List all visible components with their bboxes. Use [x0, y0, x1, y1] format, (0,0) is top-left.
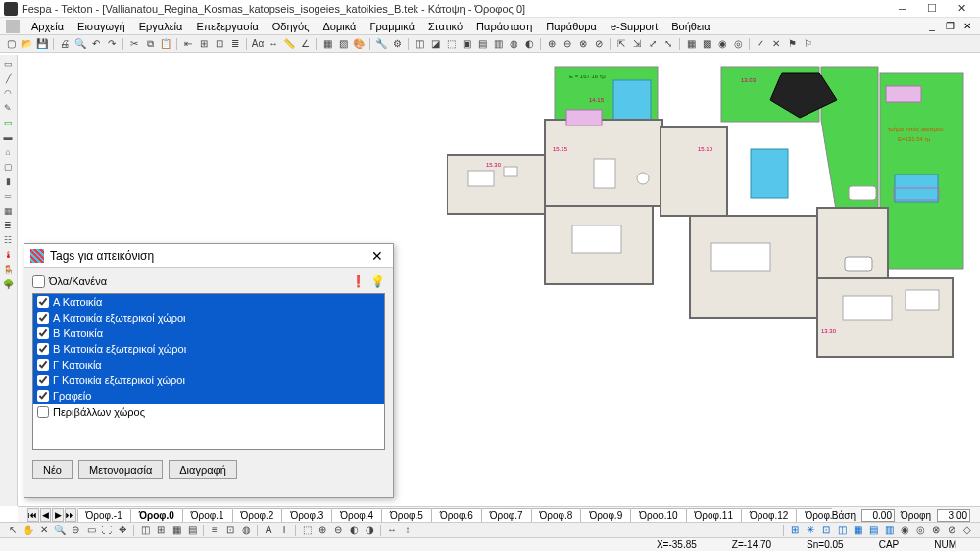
vtool-door-icon[interactable]: ⌂: [1, 145, 15, 159]
floor-tab[interactable]: Όροφ.13: [796, 508, 831, 522]
menu-tools[interactable]: Εργαλεία: [133, 20, 189, 33]
open-icon[interactable]: 📂: [20, 37, 33, 51]
grid-icon[interactable]: ⊞: [197, 37, 211, 51]
tool-o-icon[interactable]: ⤢: [646, 37, 660, 51]
tool-l-icon[interactable]: ⊘: [592, 37, 606, 51]
floor-tab[interactable]: Όροφ.2: [232, 508, 283, 522]
view-c-icon[interactable]: ▦: [170, 524, 183, 537]
vtool-pencil-icon[interactable]: ✎: [1, 101, 15, 115]
rename-button[interactable]: Μετονομασία: [78, 460, 163, 479]
tool-r-icon[interactable]: ▩: [700, 37, 713, 51]
base-input[interactable]: [861, 509, 895, 522]
menu-guide[interactable]: Οδηγός: [267, 20, 316, 33]
text-b-icon[interactable]: T: [277, 524, 291, 537]
vtool-window-icon[interactable]: ▢: [1, 160, 15, 174]
zoom-fit-icon[interactable]: ⛶: [100, 524, 114, 537]
vtool-beam-icon[interactable]: ═: [1, 189, 15, 203]
vtool-column-icon[interactable]: ▮: [1, 175, 15, 188]
snap-a-icon[interactable]: ⊞: [788, 524, 802, 537]
angle-icon[interactable]: ∠: [298, 37, 312, 51]
snap-i-icon[interactable]: ◎: [913, 524, 927, 537]
tag-row[interactable]: Β Κατοικία εξωτερικοί χώροι: [33, 341, 384, 357]
tag-row[interactable]: Περιβάλλων χώρος: [33, 404, 384, 420]
cursor-icon[interactable]: ↖: [6, 524, 20, 537]
new-button[interactable]: Νέο: [32, 460, 73, 479]
snap-j-icon[interactable]: ⊗: [929, 524, 943, 537]
vtool-furniture-icon[interactable]: 🪑: [1, 263, 15, 276]
layer-icon[interactable]: ≣: [228, 37, 242, 51]
tag-row[interactable]: Γ Κατοικία εξωτερικοί χώροι: [33, 373, 384, 388]
tabs-prev-icon[interactable]: ◀: [40, 508, 52, 522]
tag-checkbox[interactable]: [37, 359, 49, 371]
dialog-close-button[interactable]: ✕: [368, 248, 387, 264]
tool-bc-icon[interactable]: ⊖: [331, 524, 345, 537]
tool-v-icon[interactable]: ✕: [769, 37, 783, 51]
vtool-rail-icon[interactable]: ☷: [1, 233, 15, 247]
tool-m-icon[interactable]: ⇱: [614, 37, 628, 51]
floor-tab[interactable]: Όροφ.7: [481, 508, 532, 522]
tool-bf-icon[interactable]: ↔: [385, 524, 399, 537]
vtool-thermo-icon[interactable]: 🌡: [1, 248, 15, 262]
floor-tab[interactable]: Όροφ.-1: [77, 508, 131, 522]
tool-b-icon[interactable]: ◪: [428, 37, 442, 51]
tabs-last-icon[interactable]: ⏭: [65, 508, 76, 522]
tool-s-icon[interactable]: ◉: [715, 37, 729, 51]
undo-icon[interactable]: ↶: [89, 37, 103, 51]
pin-icon[interactable]: ❗: [350, 274, 366, 289]
vtool-slab-icon[interactable]: ▦: [1, 204, 15, 218]
tool-j-icon[interactable]: ⊖: [561, 37, 574, 51]
new-icon[interactable]: ▢: [4, 37, 18, 51]
snap-b-icon[interactable]: ✳: [804, 524, 817, 537]
tag-checkbox[interactable]: [37, 327, 49, 339]
vtool-tree-icon[interactable]: 🌳: [1, 277, 15, 291]
floor-tab[interactable]: Όροφ.0: [130, 508, 183, 522]
dimension-icon[interactable]: ↔: [267, 37, 280, 51]
snap-c-icon[interactable]: ⊡: [819, 524, 833, 537]
measure-icon[interactable]: 📏: [282, 37, 296, 51]
menu-structural[interactable]: Δομικά: [317, 20, 362, 33]
tool-a-icon[interactable]: ◫: [413, 37, 426, 51]
menu-files[interactable]: Αρχεία: [25, 20, 70, 33]
copy-icon[interactable]: ⧉: [143, 37, 157, 51]
tool-k-icon[interactable]: ⊗: [576, 37, 590, 51]
color-icon[interactable]: 🎨: [352, 37, 366, 51]
snap-f-icon[interactable]: ▤: [866, 524, 880, 537]
tag-checkbox[interactable]: [37, 375, 49, 386]
tool-n-icon[interactable]: ⇲: [630, 37, 644, 51]
tool-c-icon[interactable]: ⬚: [444, 37, 458, 51]
gear-icon[interactable]: ⚙: [390, 37, 404, 51]
floor-tab[interactable]: Όροφ.8: [531, 508, 582, 522]
layer-b-icon[interactable]: ⊡: [223, 524, 237, 537]
doc-close[interactable]: ✕: [960, 20, 974, 33]
cross-icon[interactable]: ✕: [37, 524, 51, 537]
tool-be-icon[interactable]: ◑: [363, 524, 376, 537]
vtool-select-icon[interactable]: ▭: [1, 57, 15, 71]
snap-k-icon[interactable]: ⊘: [945, 524, 958, 537]
tool-u-icon[interactable]: ✓: [754, 37, 767, 51]
floor-tab[interactable]: Όροφ.6: [431, 508, 482, 522]
tag-checkbox[interactable]: [37, 296, 49, 308]
tool-i-icon[interactable]: ⊕: [545, 37, 559, 51]
save-icon[interactable]: 💾: [35, 37, 49, 51]
floor-tab[interactable]: Όροφ.12: [741, 508, 797, 522]
zoom-rect-icon[interactable]: ▭: [84, 524, 98, 537]
tag-checkbox[interactable]: [37, 390, 49, 402]
fill-icon[interactable]: ▧: [336, 37, 350, 51]
text-a-icon[interactable]: A: [262, 524, 275, 537]
tool-g-icon[interactable]: ◍: [507, 37, 520, 51]
minimize-button[interactable]: ─: [888, 1, 917, 17]
layer-a-icon[interactable]: ≡: [208, 524, 221, 537]
menu-windows[interactable]: Παράθυρα: [540, 20, 603, 33]
lamp-icon[interactable]: 💡: [369, 274, 385, 289]
tool-e-icon[interactable]: ▤: [475, 37, 489, 51]
menu-insert[interactable]: Εισαγωγή: [72, 20, 131, 33]
tool-t-icon[interactable]: ◎: [731, 37, 745, 51]
floor-tab[interactable]: Όροφ.10: [630, 508, 686, 522]
pan-icon[interactable]: ✥: [116, 524, 129, 537]
text-icon[interactable]: Aα: [251, 37, 265, 51]
tool-d-icon[interactable]: ▣: [460, 37, 473, 51]
snap-icon[interactable]: ⊡: [213, 37, 226, 51]
doc-minimize[interactable]: _: [925, 20, 939, 33]
snap-g-icon[interactable]: ▥: [882, 524, 896, 537]
tool-bb-icon[interactable]: ⊕: [316, 524, 329, 537]
